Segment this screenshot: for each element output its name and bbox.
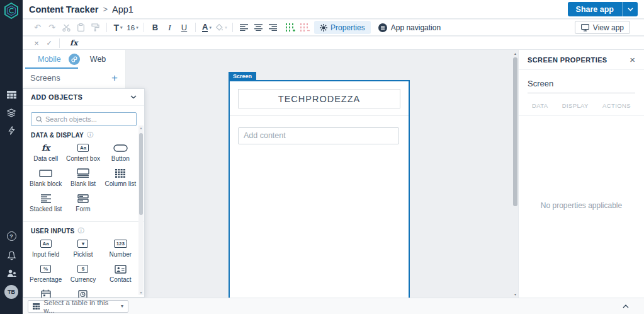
app-title-text: TECHPRODEZZA bbox=[278, 94, 360, 104]
text-style-button[interactable]: T▾ bbox=[112, 21, 124, 34]
tab-mobile[interactable]: Mobile bbox=[38, 55, 61, 64]
add-objects-header[interactable]: ADD OBJECTS bbox=[23, 89, 144, 106]
bold-button[interactable]: B bbox=[149, 21, 161, 34]
add-objects-panel: ADD OBJECTS DATA & DISPLAY ⓘ fx Data cel… bbox=[23, 88, 145, 298]
add-padding-icon[interactable] bbox=[284, 21, 296, 34]
properties-button[interactable]: Properties bbox=[314, 21, 371, 34]
left-rail: ? TB bbox=[0, 0, 23, 314]
blank-list-icon bbox=[77, 168, 89, 178]
button-icon bbox=[113, 143, 128, 153]
picklist-icon: ▾ bbox=[77, 240, 88, 248]
breadcrumb-app[interactable]: Content Tracker bbox=[29, 4, 98, 15]
object-stacked-list[interactable]: Stacked list bbox=[27, 194, 64, 216]
object-picklist[interactable]: ▾ Picklist bbox=[64, 239, 101, 261]
automation-bolt-icon[interactable] bbox=[0, 126, 23, 135]
dropdown-caret-icon: ▾ bbox=[121, 303, 123, 309]
scroll-down-arrow[interactable]: ▾ bbox=[512, 292, 518, 296]
tables-icon[interactable] bbox=[0, 91, 23, 99]
column-list-icon bbox=[115, 168, 125, 178]
app-logo-icon[interactable] bbox=[0, 2, 23, 20]
table-icon bbox=[33, 303, 40, 310]
bottom-bar: Select a table in this w... ▾ bbox=[23, 298, 644, 314]
no-properties-message: No properties applicable bbox=[519, 201, 644, 210]
add-content-block[interactable]: Add content bbox=[238, 127, 399, 144]
align-left-icon[interactable] bbox=[238, 21, 250, 34]
properties-title: SCREEN PROPERTIES bbox=[528, 56, 607, 64]
object-contact[interactable]: Contact bbox=[102, 264, 139, 286]
underline-button[interactable]: U bbox=[178, 21, 190, 34]
info-icon[interactable]: ⓘ bbox=[77, 226, 84, 235]
format-toolbar: ↶ ↷ T▾ 16▾ B I U A▾ ▾ bbox=[23, 20, 644, 36]
canvas-scrollbar[interactable]: ▴ ▾ bbox=[512, 51, 518, 296]
content-box-icon: Aa bbox=[77, 144, 89, 152]
cut-icon[interactable] bbox=[60, 21, 72, 34]
scrollbar-thumb[interactable] bbox=[139, 133, 143, 215]
screens-label: Screens bbox=[30, 73, 60, 83]
share-app-button[interactable]: Share app bbox=[568, 2, 622, 16]
screen-header-block[interactable]: TECHPRODEZZA bbox=[238, 89, 400, 108]
object-blank-list[interactable]: Blank list bbox=[64, 168, 101, 190]
align-center-icon[interactable] bbox=[252, 21, 264, 34]
object-number[interactable]: 123 Number bbox=[102, 239, 139, 261]
data-cell-icon: fx bbox=[42, 143, 50, 153]
view-app-button[interactable]: View app bbox=[575, 21, 630, 34]
screen-name-field bbox=[528, 78, 635, 93]
formula-cancel-icon[interactable]: × bbox=[30, 38, 43, 48]
font-size-select[interactable]: 16▾ bbox=[127, 21, 138, 34]
fill-color-button[interactable]: ▾ bbox=[215, 21, 227, 34]
help-icon[interactable]: ? bbox=[0, 231, 23, 241]
italic-button[interactable]: I bbox=[164, 21, 176, 34]
link-devices-icon[interactable] bbox=[69, 54, 80, 65]
app-navigation-button[interactable]: App navigation bbox=[378, 23, 441, 32]
collapse-panel-icon[interactable] bbox=[623, 305, 629, 308]
layers-icon[interactable] bbox=[0, 108, 23, 117]
scroll-up-arrow[interactable]: ▴ bbox=[512, 51, 518, 55]
table-select-placeholder: Select a table in this w... bbox=[43, 299, 117, 314]
scroll-up-arrow[interactable]: ▲ bbox=[138, 126, 144, 130]
paste-icon[interactable] bbox=[75, 21, 87, 34]
scrollbar-thumb[interactable] bbox=[513, 57, 517, 206]
screen-frame[interactable]: TECHPRODEZZA Add content bbox=[229, 80, 410, 300]
redo-icon[interactable]: ↷ bbox=[46, 21, 58, 34]
notifications-bell-icon[interactable] bbox=[0, 250, 23, 261]
tab-actions[interactable]: ACTIONS bbox=[602, 102, 631, 109]
avatar[interactable]: TB bbox=[0, 285, 23, 299]
formula-confirm-icon[interactable]: ✓ bbox=[43, 39, 55, 47]
screen-tab[interactable]: Screen bbox=[229, 72, 256, 80]
contact-icon bbox=[115, 264, 127, 274]
font-color-button[interactable]: A▾ bbox=[201, 21, 213, 34]
users-icon[interactable] bbox=[0, 269, 23, 277]
data-display-grid: fx Data cell Aa Content box Button Blank… bbox=[23, 141, 144, 219]
object-input-field[interactable]: Aa Input field bbox=[27, 239, 64, 261]
screen-name-input[interactable] bbox=[528, 78, 635, 93]
monitor-icon bbox=[581, 24, 589, 32]
undo-icon[interactable]: ↶ bbox=[31, 21, 43, 34]
tab-display[interactable]: DISPLAY bbox=[562, 102, 589, 109]
close-icon[interactable]: × bbox=[630, 55, 635, 64]
share-app-dropdown[interactable] bbox=[622, 2, 638, 16]
remove-padding-icon[interactable] bbox=[298, 21, 310, 34]
info-icon[interactable]: ⓘ bbox=[87, 131, 93, 139]
object-percentage[interactable]: % Percentage bbox=[27, 264, 64, 286]
format-painter-icon[interactable] bbox=[89, 21, 101, 34]
object-column-list[interactable]: Column list bbox=[102, 168, 139, 190]
object-blank-block[interactable]: Blank block bbox=[27, 168, 64, 190]
blank-block-icon bbox=[39, 168, 52, 178]
object-form[interactable]: Form bbox=[64, 194, 101, 216]
object-data-cell[interactable]: fx Data cell bbox=[27, 143, 64, 165]
object-content-box[interactable]: Aa Content box bbox=[64, 143, 101, 165]
scroll-down-arrow[interactable]: ▼ bbox=[138, 291, 144, 294]
object-currency[interactable]: $ Currency bbox=[64, 264, 101, 286]
align-right-icon[interactable] bbox=[267, 21, 279, 34]
add-screen-button[interactable]: + bbox=[111, 73, 118, 83]
object-button[interactable]: Button bbox=[102, 143, 139, 165]
properties-header: SCREEN PROPERTIES × bbox=[519, 50, 644, 70]
tab-web[interactable]: Web bbox=[90, 55, 106, 64]
add-objects-title: ADD OBJECTS bbox=[31, 93, 82, 101]
tab-data[interactable]: DATA bbox=[532, 102, 548, 109]
objects-panel-scrollbar[interactable]: ▲ ▼ bbox=[138, 125, 144, 295]
search-objects-input[interactable] bbox=[45, 115, 132, 123]
number-icon: 123 bbox=[114, 240, 127, 248]
share-app-split-button: Share app bbox=[568, 2, 638, 16]
table-select-dropdown[interactable]: Select a table in this w... ▾ bbox=[28, 300, 128, 313]
